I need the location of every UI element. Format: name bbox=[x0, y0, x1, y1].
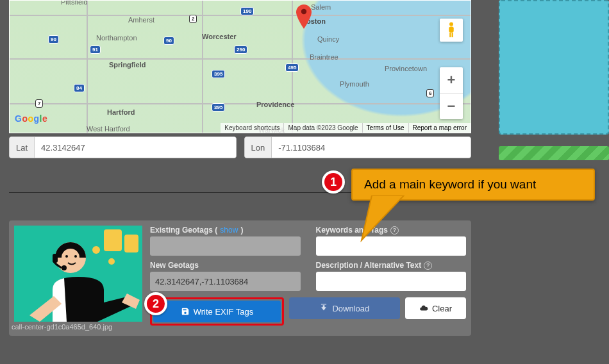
shield-i495: 495 bbox=[285, 63, 299, 72]
google-logo: Google bbox=[15, 113, 47, 124]
city-braintree: Braintree bbox=[310, 53, 338, 61]
shield-i395a: 395 bbox=[212, 70, 225, 78]
svg-point-8 bbox=[92, 246, 100, 254]
shield-r2: 2 bbox=[189, 15, 197, 23]
existing-geotags-label: Existing Geotags (show) bbox=[150, 226, 301, 235]
lat-input[interactable] bbox=[35, 137, 235, 158]
existing-geotags-input[interactable] bbox=[150, 236, 301, 256]
map[interactable]: Pittsfield Amherst Northampton Springfie… bbox=[9, 0, 471, 133]
svg-rect-10 bbox=[73, 285, 78, 322]
annotation-badge-1: 1 bbox=[322, 170, 345, 194]
download-icon bbox=[319, 304, 328, 313]
zoom-out-button[interactable]: − bbox=[440, 94, 463, 119]
svg-point-1 bbox=[449, 22, 453, 26]
city-plymouth: Plymouth bbox=[340, 80, 369, 88]
shield-r6: 6 bbox=[426, 89, 434, 97]
description-input[interactable] bbox=[316, 272, 467, 291]
side-panel-placeholder bbox=[499, 0, 609, 135]
terms-link[interactable]: Terms of Use bbox=[367, 124, 405, 131]
description-label: Description / Alternative Text? bbox=[316, 261, 467, 270]
shield-i90a: 90 bbox=[48, 35, 59, 44]
zoom-control: + − bbox=[440, 67, 463, 119]
zoom-in-button[interactable]: + bbox=[440, 67, 463, 93]
new-geotags-label: New Geotags bbox=[150, 261, 301, 270]
lon-label: Lon bbox=[245, 137, 272, 158]
svg-rect-3 bbox=[449, 33, 451, 37]
city-pittsfield: Pittsfield bbox=[61, 0, 88, 6]
annotation-text: Add a main keyword if you want bbox=[364, 178, 536, 191]
map-data-text: Map data ©2023 Google bbox=[283, 123, 362, 133]
shield-i190: 190 bbox=[240, 7, 254, 15]
side-stripe bbox=[499, 146, 609, 160]
city-northampton: Northampton bbox=[96, 34, 137, 42]
show-link[interactable]: show bbox=[220, 226, 238, 235]
keyboard-shortcuts-link[interactable]: Keyboard shortcuts bbox=[221, 123, 283, 133]
shield-i90b: 90 bbox=[163, 37, 174, 45]
coordinates-row: Lat Lon bbox=[9, 136, 471, 158]
shield-i91: 91 bbox=[90, 46, 101, 54]
svg-rect-2 bbox=[449, 26, 453, 32]
image-filename: call-center-gd1c0a465d_640.jpg bbox=[12, 323, 112, 331]
svg-point-14 bbox=[65, 255, 68, 258]
write-exif-button[interactable]: Write EXIF Tags bbox=[153, 301, 281, 322]
shield-i84: 84 bbox=[74, 84, 85, 92]
lon-input[interactable] bbox=[272, 137, 471, 158]
city-quincy: Quincy bbox=[317, 35, 339, 43]
city-hartford: Hartford bbox=[107, 108, 135, 116]
svg-rect-6 bbox=[104, 229, 122, 251]
shield-i395b: 395 bbox=[212, 103, 225, 112]
cloud-icon bbox=[419, 304, 428, 313]
city-salem: Salem bbox=[311, 3, 331, 11]
svg-point-15 bbox=[74, 255, 77, 258]
lat-label: Lat bbox=[10, 137, 35, 158]
svg-point-0 bbox=[301, 9, 306, 14]
city-west-hartford: West Hartford bbox=[87, 125, 130, 133]
lon-group: Lon bbox=[244, 136, 472, 158]
city-amherst: Amherst bbox=[128, 16, 154, 24]
lat-group: Lat bbox=[9, 136, 237, 158]
image-thumbnail bbox=[14, 226, 142, 322]
help-icon[interactable]: ? bbox=[424, 261, 432, 270]
city-providence: Providence bbox=[256, 101, 294, 108]
download-button[interactable]: Download bbox=[289, 297, 400, 319]
map-attribution: Keyboard shortcuts Map data ©2023 Google… bbox=[221, 123, 471, 133]
city-springfield: Springfield bbox=[109, 61, 146, 69]
report-error-link[interactable]: Report a map error bbox=[413, 124, 467, 131]
annotation-tail-1 bbox=[359, 195, 410, 247]
annotation-badge-2: 2 bbox=[144, 292, 167, 315]
map-pin-icon[interactable] bbox=[296, 4, 312, 29]
svg-rect-7 bbox=[124, 235, 138, 252]
shield-i290: 290 bbox=[234, 46, 247, 54]
shield-r7: 7 bbox=[35, 99, 43, 108]
svg-rect-4 bbox=[452, 33, 453, 37]
new-geotags-input[interactable] bbox=[150, 272, 301, 291]
svg-point-9 bbox=[108, 258, 115, 265]
save-icon bbox=[181, 307, 190, 316]
city-provincetown: Provincetown bbox=[385, 65, 427, 72]
pegman-button[interactable] bbox=[440, 19, 463, 42]
city-worcester: Worcester bbox=[202, 33, 237, 40]
svg-point-13 bbox=[62, 265, 67, 270]
write-exif-highlight: Write EXIF Tags bbox=[150, 297, 284, 326]
clear-button[interactable]: Clear bbox=[405, 297, 466, 319]
svg-marker-16 bbox=[362, 195, 404, 240]
